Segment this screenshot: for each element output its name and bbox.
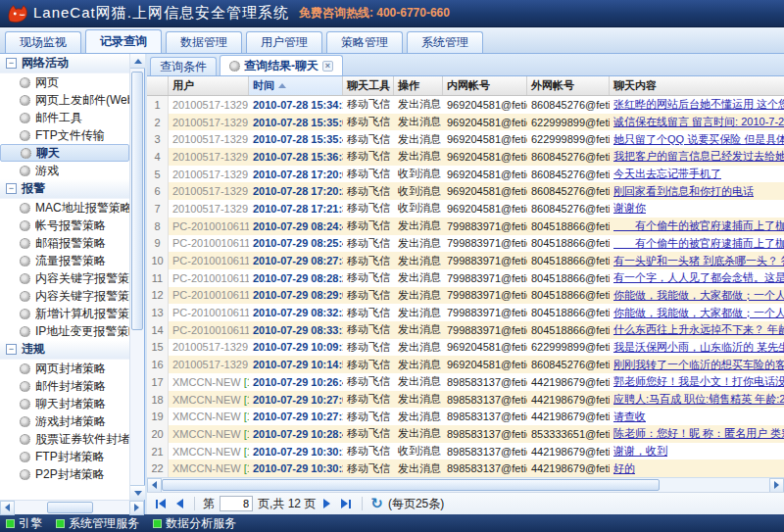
table-row[interactable]: 16 20100517-1329[1 2010-07-29 10:14:54 移… — [147, 356, 784, 373]
tab-query-results-chat[interactable]: 查询结果-聊天 × — [220, 55, 343, 75]
chat-content-link[interactable]: 好的 — [613, 462, 635, 474]
chat-content-link[interactable]: 她只留了个QQ 说要买保险 但是具体的您回去 — [613, 133, 784, 145]
nav-tab[interactable]: 策略管理 — [326, 31, 403, 53]
tree-section-alarm[interactable]: − 报警 — [0, 179, 129, 199]
table-row[interactable]: 6 20100517-1329[1 2010-07-28 17:20:27 移动… — [147, 182, 784, 200]
prev-page-button[interactable] — [173, 497, 186, 510]
chat-content-link[interactable]: 郭老师您好！我是小文！打你电话没有接，有 — [613, 375, 784, 387]
header-time[interactable]: 时间 — [249, 76, 343, 95]
chat-content-link[interactable]: 我把客户的留言信息已经发过去给她了 — [613, 150, 784, 162]
table-row[interactable]: 9 PC-20100106111 2010-07-29 08:25:43 移动飞… — [147, 235, 784, 253]
table-row[interactable]: 22 XMCCN-NEW[19: 2010-07-29 10:30:27 移动飞… — [147, 459, 784, 477]
tree-item[interactable]: MAC地址报警策略 — [0, 199, 129, 217]
close-icon[interactable]: × — [322, 61, 333, 72]
chat-content-link[interactable]: 什么东西往上升永远掉不下来？ 年龄 — [613, 323, 784, 335]
tree-item[interactable]: P2P封堵策略 — [0, 465, 129, 483]
scroll-right-arrow[interactable] — [129, 501, 144, 515]
collapse-icon[interactable]: − — [6, 344, 17, 355]
sidebar-horizontal-scrollbar[interactable] — [0, 500, 144, 514]
tree-item[interactable]: 网页封堵策略 — [0, 360, 129, 377]
tree-item[interactable]: IP地址变更报警策略 — [0, 322, 129, 340]
chat-content-link[interactable]: 诚信保在线留言 留言时间: 2010-7-28 10:50:0 — [613, 116, 784, 127]
tree-item[interactable]: FTP封堵策略 — [0, 448, 129, 465]
chat-content-link[interactable]: 刚回家看到信息和你打的电话 — [613, 185, 754, 197]
tree-item[interactable]: 游戏封堵策略 — [0, 412, 129, 430]
chat-content-link[interactable]: 我是沃保网小雨，山东临沂的 某先生1386497 — [613, 341, 784, 353]
chat-content-link[interactable]: 有一头驴和一头猪 到底杀哪一头？ 答案：杀猪 — [613, 255, 784, 266]
chat-content-link[interactable]: 谢谢你 — [613, 202, 646, 214]
scroll-down-arrow[interactable] — [130, 485, 145, 500]
tree-item[interactable]: 帐号报警策略 — [0, 217, 129, 234]
grid-horizontal-scrollbar[interactable] — [147, 477, 784, 492]
tree-section-network-activity[interactable]: − 网络活动 — [0, 54, 129, 73]
scrollbar-thumb[interactable] — [131, 72, 143, 330]
table-row[interactable]: 12 PC-20100106111 2010-07-29 08:29:00 移动… — [147, 287, 784, 305]
table-row[interactable]: 4 20100517-1329[1 2010-07-28 15:36:30 移动… — [147, 148, 784, 166]
scrollbar-thumb[interactable] — [47, 502, 93, 513]
tree-item[interactable]: 内容关键字报警策略.邮 — [0, 287, 129, 305]
tree-item[interactable]: 内容关键字报警策略.网 — [0, 269, 129, 287]
header-internal-account[interactable]: 内网帐号 — [443, 76, 527, 95]
chat-content-link[interactable]: 有个偷牛的被官府逮捕而上了枷锁。熟人! — [613, 237, 784, 249]
nav-tab[interactable]: 用户管理 — [246, 31, 322, 53]
scroll-left-arrow[interactable] — [0, 501, 15, 515]
chat-content-link[interactable]: 今天出去忘记带手机了 — [613, 168, 721, 179]
tree-item[interactable]: 股票证券软件封堵策略 — [0, 430, 129, 448]
chat-content-link[interactable]: 有一个字，人人见了都会念错。这是什么字？! — [613, 271, 784, 283]
table-row[interactable]: 3 20100517-1329[1 2010-07-28 15:35:44 移动… — [147, 130, 784, 148]
chat-content-link[interactable]: 你能做，我能做，大家都做；一个人能做，两 — [613, 307, 784, 318]
scroll-up-arrow[interactable] — [130, 54, 145, 69]
tab-query-conditions[interactable]: 查询条件 — [150, 57, 217, 75]
page-number-input[interactable] — [220, 496, 253, 511]
table-row[interactable]: 20 XMCCN-NEW[19: 2010-07-29 10:28:42 移动飞… — [147, 425, 784, 443]
tree-item[interactable]: 网页 — [0, 73, 129, 91]
header-chat-tool[interactable]: 聊天工具 — [343, 76, 394, 95]
header-external-account[interactable]: 外网帐号 — [527, 76, 610, 95]
chat-content-link[interactable]: 刚刚我转了一个临沂的想买车险的客户给张红 — [613, 359, 784, 370]
scroll-right-arrow[interactable] — [769, 478, 784, 493]
scroll-left-arrow[interactable] — [147, 478, 162, 493]
table-row[interactable]: 18 XMCCN-NEW[19: 2010-07-29 10:27:04 移动飞… — [147, 391, 784, 409]
header-user[interactable]: 用户 — [169, 76, 249, 95]
table-row[interactable]: 14 PC-20100106111 2010-07-29 08:33:11 移动… — [147, 321, 784, 339]
collapse-icon[interactable]: − — [6, 183, 17, 194]
nav-tab[interactable]: 系统管理 — [407, 31, 483, 53]
tree-item[interactable]: 流量报警策略 — [0, 252, 129, 269]
first-page-button[interactable] — [153, 497, 169, 510]
tree-item[interactable]: 游戏 — [0, 162, 129, 179]
tree-item[interactable]: 网页上发邮件(Web Mai — [0, 91, 129, 109]
tree-item[interactable]: 聊天封堵策略 — [0, 395, 129, 412]
table-row[interactable]: 11 PC-20100106111 2010-07-29 08:28:29 移动… — [147, 269, 784, 287]
header-chat-content[interactable]: 聊天内容 — [610, 76, 784, 95]
chat-content-link[interactable]: 请查收 — [613, 411, 646, 422]
chat-content-link[interactable]: 谢谢，收到 — [613, 445, 667, 457]
tree-item[interactable]: 新增计算机报警策略 — [0, 305, 129, 322]
last-page-button[interactable] — [338, 497, 354, 510]
table-row[interactable]: 13 PC-20100106111 2010-07-29 08:32:25 移动… — [147, 304, 784, 321]
table-row[interactable]: 10 PC-20100106111 2010-07-29 08:27:31 移动… — [147, 252, 784, 269]
tree-item[interactable]: 聊天 — [0, 144, 129, 162]
table-row[interactable]: 5 20100517-1329[1 2010-07-28 17:20:05 移动… — [147, 166, 784, 183]
chat-content-link[interactable]: 陈老师：您好！昵 称：匿名用户 类别：未知 — [613, 427, 784, 439]
tree-item[interactable]: 邮箱报警策略 — [0, 234, 129, 252]
tree-item[interactable]: 邮件封堵策略 — [0, 377, 129, 395]
tree-item[interactable]: 邮件工具 — [0, 109, 129, 126]
nav-tab[interactable]: 数据管理 — [166, 31, 242, 53]
chat-content-link[interactable]: 有个偷牛的被官府逮捕而上了枷锁。熟人! — [613, 219, 784, 231]
nav-tab[interactable]: 记录查询 — [85, 29, 162, 53]
collapse-icon[interactable]: − — [6, 58, 17, 69]
chat-content-link[interactable]: 你能做，我能做，大家都做；一个人能做，两 — [613, 289, 784, 301]
table-row[interactable]: 19 XMCCN-NEW[19: 2010-07-29 10:27:15 移动飞… — [147, 408, 784, 425]
table-row[interactable]: 7 20100517-1329[1 2010-07-28 17:21:32 移动… — [147, 200, 784, 218]
header-action[interactable]: 操作 — [394, 76, 443, 95]
table-row[interactable]: 15 20100517-1329[1 2010-07-29 10:09:16 移… — [147, 339, 784, 357]
chat-content-link[interactable]: 应聘人:马百成 职位:销售精英 年龄:24 性别(0男 — [613, 393, 784, 405]
table-row[interactable]: 21 XMCCN-NEW[19: 2010-07-29 10:30:10 移动飞… — [147, 443, 784, 460]
chat-content-link[interactable]: 张红晔的网站后台她不懂运用 这个您有空记得 — [613, 98, 784, 110]
refresh-icon[interactable]: ↻ — [370, 497, 383, 510]
table-row[interactable]: 1 20100517-1329[1 2010-07-28 15:34:11 移动… — [147, 96, 784, 114]
table-row[interactable]: 2 20100517-1329[1 2010-07-28 15:35:02 移动… — [147, 114, 784, 131]
nav-tab[interactable]: 现场监视 — [5, 31, 81, 53]
sidebar-vertical-scrollbar[interactable] — [129, 54, 144, 500]
next-page-button[interactable] — [320, 497, 333, 510]
